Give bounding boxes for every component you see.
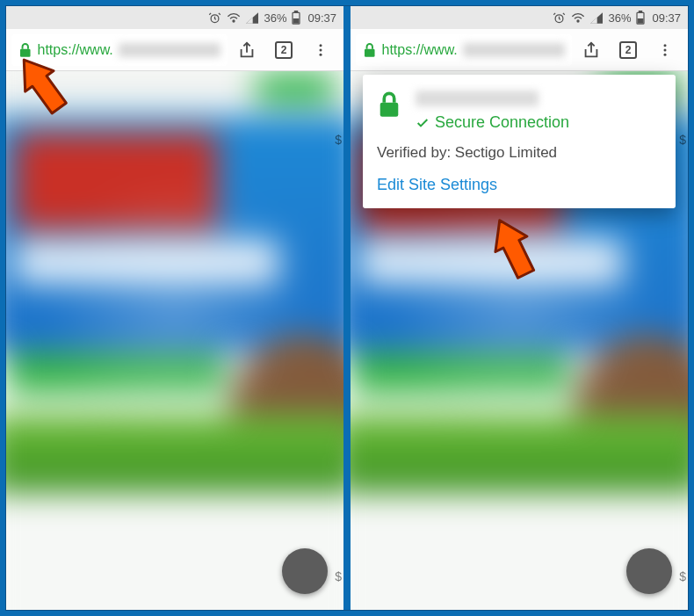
svg-point-6 — [320, 44, 322, 47]
edit-site-settings-link[interactable]: Edit Site Settings — [377, 176, 661, 194]
status-bar: 36% 09:37 — [351, 6, 688, 29]
wifi-icon — [571, 11, 585, 24]
share-icon — [582, 40, 601, 60]
url-field[interactable]: https://www. — [11, 34, 228, 66]
wifi-icon — [227, 11, 241, 24]
kebab-icon — [657, 42, 673, 58]
svg-point-15 — [664, 44, 667, 47]
lock-icon — [363, 42, 377, 58]
svg-rect-3 — [295, 11, 298, 12]
alarm-icon — [553, 11, 566, 25]
share-button[interactable] — [574, 33, 609, 68]
tab-count-badge: 2 — [619, 41, 637, 59]
battery-icon — [636, 11, 645, 25]
lock-icon[interactable] — [18, 42, 33, 58]
verified-by-label: Verified by: Sectigo Limited — [377, 144, 661, 162]
svg-rect-13 — [639, 19, 644, 23]
svg-rect-18 — [380, 103, 399, 117]
clock-text: 09:37 — [652, 11, 681, 25]
url-scheme: https://www. — [382, 42, 458, 58]
url-field[interactable]: https://www. — [356, 34, 572, 66]
battery-percent: 36% — [608, 11, 631, 25]
battery-percent: 36% — [264, 11, 286, 25]
screenshot-frame: 36% 09:37 https://www. 2 — [5, 5, 689, 611]
floating-action-button[interactable] — [626, 548, 672, 594]
secure-connection-label: Secure Connection — [416, 113, 661, 132]
browser-toolbar: https://www. 2 — [6, 29, 343, 71]
url-scheme: https://www. — [38, 42, 113, 58]
battery-icon — [292, 11, 300, 25]
svg-rect-4 — [294, 19, 300, 23]
tab-count-badge: 2 — [275, 41, 293, 59]
status-bar: 36% 09:37 — [6, 6, 343, 29]
menu-button[interactable] — [647, 33, 683, 68]
lock-icon — [377, 91, 401, 119]
alarm-icon — [208, 11, 221, 25]
tabs-button[interactable]: 2 — [611, 33, 646, 68]
svg-rect-14 — [365, 48, 375, 56]
url-domain-redacted — [119, 43, 220, 57]
url-domain-redacted — [463, 43, 565, 57]
svg-rect-12 — [640, 11, 642, 12]
site-name-redacted — [416, 91, 539, 106]
svg-point-17 — [664, 53, 667, 55]
check-icon — [416, 116, 430, 130]
browser-toolbar: https://www. 2 — [351, 29, 688, 71]
svg-point-16 — [664, 48, 667, 51]
share-button[interactable] — [229, 33, 264, 68]
share-icon — [237, 40, 257, 60]
signal-icon — [246, 12, 258, 24]
site-info-popup: Secure Connection Verified by: Sectigo L… — [363, 75, 676, 208]
signal-icon — [590, 12, 603, 24]
tabs-button[interactable]: 2 — [266, 33, 301, 68]
svg-point-10 — [577, 20, 579, 22]
phone-left: 36% 09:37 https://www. 2 — [6, 6, 343, 610]
svg-point-7 — [320, 48, 322, 51]
svg-rect-5 — [20, 48, 31, 56]
svg-point-8 — [320, 53, 322, 55]
menu-button[interactable] — [303, 33, 338, 68]
clock-text: 09:37 — [307, 11, 336, 25]
page-content-blurred: $ $ — [6, 71, 343, 610]
phone-right: 36% 09:37 https://www. 2 — [351, 6, 688, 610]
kebab-icon — [313, 42, 329, 58]
svg-point-1 — [233, 20, 235, 22]
floating-action-button[interactable] — [282, 548, 328, 594]
